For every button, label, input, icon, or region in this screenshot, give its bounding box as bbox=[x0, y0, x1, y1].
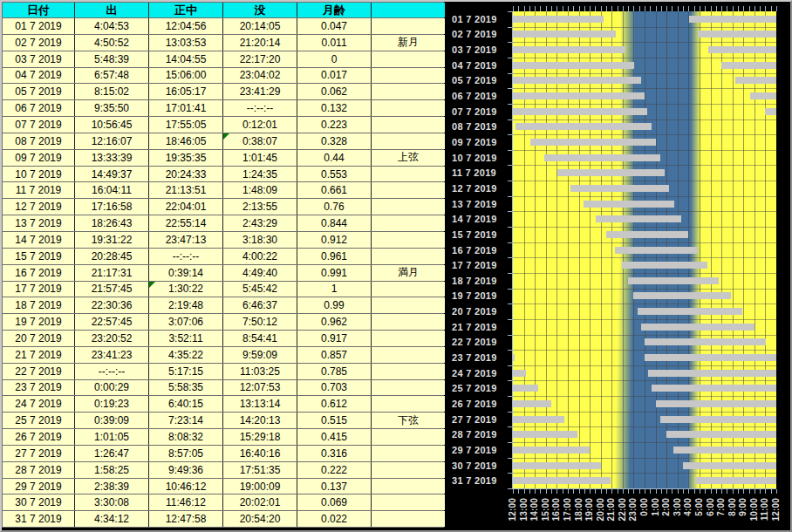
phase-cell[interactable] bbox=[372, 117, 445, 133]
phase-cell[interactable] bbox=[372, 182, 445, 198]
phase-cell[interactable]: 下弦 bbox=[372, 413, 445, 428]
age-cell[interactable]: 0 bbox=[297, 51, 372, 67]
transit-cell[interactable]: 5:17:15 bbox=[149, 364, 223, 379]
age-cell[interactable]: 0.017 bbox=[297, 68, 372, 84]
age-cell[interactable]: 0.222 bbox=[297, 462, 372, 478]
rise-cell[interactable]: 14:49:37 bbox=[75, 167, 149, 182]
phase-cell[interactable] bbox=[372, 396, 445, 412]
set-cell[interactable]: 6:46:37 bbox=[223, 297, 297, 313]
transit-cell[interactable]: 14:04:55 bbox=[149, 51, 223, 67]
set-cell[interactable]: 20:02:01 bbox=[223, 494, 297, 510]
column-header-age[interactable]: 月齢 bbox=[297, 3, 372, 17]
age-cell[interactable]: 0.99 bbox=[297, 297, 372, 313]
date-cell[interactable]: 28 7 2019 bbox=[3, 462, 75, 478]
transit-cell[interactable]: 22:55:14 bbox=[149, 215, 223, 231]
date-cell[interactable]: 05 7 2019 bbox=[3, 84, 75, 99]
age-cell[interactable]: 0.703 bbox=[297, 380, 372, 396]
rise-cell[interactable]: 2:38:39 bbox=[75, 479, 149, 494]
transit-cell[interactable]: 19:35:35 bbox=[149, 150, 223, 166]
set-cell[interactable]: 3:18:30 bbox=[223, 232, 297, 248]
transit-cell[interactable]: 12:04:56 bbox=[149, 18, 223, 34]
phase-cell[interactable] bbox=[372, 380, 445, 396]
date-cell[interactable]: 17 7 2019 bbox=[3, 282, 75, 297]
age-cell[interactable]: 0.022 bbox=[297, 511, 372, 527]
set-cell[interactable]: 17:51:35 bbox=[223, 462, 297, 478]
rise-cell[interactable]: 4:04:53 bbox=[75, 18, 149, 34]
rise-cell[interactable]: 1:01:05 bbox=[75, 429, 149, 445]
age-cell[interactable]: 0.553 bbox=[297, 167, 372, 182]
date-cell[interactable]: 25 7 2019 bbox=[3, 413, 75, 428]
date-cell[interactable]: 18 7 2019 bbox=[3, 297, 75, 313]
date-cell[interactable]: 01 7 2019 bbox=[3, 18, 75, 34]
transit-cell[interactable]: 7:23:14 bbox=[149, 413, 223, 428]
set-cell[interactable]: 20:54:20 bbox=[223, 511, 297, 527]
age-cell[interactable]: 0.137 bbox=[297, 479, 372, 494]
rise-cell[interactable]: 8:15:02 bbox=[75, 84, 149, 99]
phase-cell[interactable] bbox=[372, 297, 445, 313]
set-cell[interactable]: 22:17:20 bbox=[223, 51, 297, 67]
transit-cell[interactable]: 23:47:13 bbox=[149, 232, 223, 248]
set-cell[interactable]: 5:45:42 bbox=[223, 282, 297, 297]
date-cell[interactable]: 09 7 2019 bbox=[3, 150, 75, 166]
age-cell[interactable]: 0.062 bbox=[297, 84, 372, 99]
age-cell[interactable]: 0.44 bbox=[297, 150, 372, 166]
date-cell[interactable]: 31 7 2019 bbox=[3, 511, 75, 527]
date-cell[interactable]: 30 7 2019 bbox=[3, 494, 75, 510]
set-cell[interactable]: 19:00:09 bbox=[223, 479, 297, 494]
date-cell[interactable]: 20 7 2019 bbox=[3, 331, 75, 346]
phase-cell[interactable] bbox=[372, 462, 445, 478]
transit-cell[interactable]: 18:46:05 bbox=[149, 133, 223, 149]
set-cell[interactable]: 0:12:01 bbox=[223, 117, 297, 133]
date-cell[interactable]: 16 7 2019 bbox=[3, 265, 75, 281]
set-cell[interactable]: 21:20:14 bbox=[223, 35, 297, 51]
phase-cell[interactable] bbox=[372, 84, 445, 99]
set-cell[interactable]: 2:13:55 bbox=[223, 199, 297, 215]
rise-cell[interactable]: 4:50:52 bbox=[75, 35, 149, 51]
rise-cell[interactable]: 19:31:22 bbox=[75, 232, 149, 248]
date-cell[interactable]: 24 7 2019 bbox=[3, 396, 75, 412]
age-cell[interactable]: 0.612 bbox=[297, 396, 372, 412]
phase-cell[interactable] bbox=[372, 68, 445, 84]
set-cell[interactable]: 16:40:16 bbox=[223, 446, 297, 461]
rise-cell[interactable]: 12:16:07 bbox=[75, 133, 149, 149]
age-cell[interactable]: 0.515 bbox=[297, 413, 372, 428]
phase-cell[interactable]: 上弦 bbox=[372, 150, 445, 166]
phase-cell[interactable] bbox=[372, 232, 445, 248]
set-cell[interactable]: 1:48:09 bbox=[223, 182, 297, 198]
column-header-transit[interactable]: 正中 bbox=[149, 3, 223, 17]
phase-cell[interactable] bbox=[372, 347, 445, 363]
rise-cell[interactable]: 1:26:47 bbox=[75, 446, 149, 461]
rise-cell[interactable]: 21:57:45 bbox=[75, 282, 149, 297]
transit-cell[interactable]: 5:58:35 bbox=[149, 380, 223, 396]
set-cell[interactable]: 14:20:13 bbox=[223, 413, 297, 428]
date-cell[interactable]: 14 7 2019 bbox=[3, 232, 75, 248]
set-cell[interactable]: 7:50:12 bbox=[223, 314, 297, 330]
rise-cell[interactable]: 13:33:39 bbox=[75, 150, 149, 166]
transit-cell[interactable]: 2:19:48 bbox=[149, 297, 223, 313]
transit-cell[interactable]: 15:06:00 bbox=[149, 68, 223, 84]
phase-cell[interactable] bbox=[372, 364, 445, 379]
age-cell[interactable]: 0.011 bbox=[297, 35, 372, 51]
rise-cell[interactable]: 18:26:43 bbox=[75, 215, 149, 231]
transit-cell[interactable]: 21:13:51 bbox=[149, 182, 223, 198]
transit-cell[interactable]: 0:39:14 bbox=[149, 265, 223, 281]
date-cell[interactable]: 29 7 2019 bbox=[3, 479, 75, 494]
set-cell[interactable]: 15:29:18 bbox=[223, 429, 297, 445]
transit-cell[interactable]: 17:01:41 bbox=[149, 100, 223, 116]
transit-cell[interactable]: 3:07:06 bbox=[149, 314, 223, 330]
column-header-date[interactable]: 日付 bbox=[3, 3, 75, 17]
age-cell[interactable]: 0.785 bbox=[297, 364, 372, 379]
rise-cell[interactable]: 23:41:23 bbox=[75, 347, 149, 363]
set-cell[interactable]: 2:43:29 bbox=[223, 215, 297, 231]
age-cell[interactable]: 0.223 bbox=[297, 117, 372, 133]
rise-cell[interactable]: 3:30:08 bbox=[75, 494, 149, 510]
age-cell[interactable]: 0.844 bbox=[297, 215, 372, 231]
phase-cell[interactable] bbox=[372, 479, 445, 494]
transit-cell[interactable]: 1:30:22 bbox=[149, 282, 223, 297]
rise-cell[interactable]: 21:17:31 bbox=[75, 265, 149, 281]
age-cell[interactable]: 0.912 bbox=[297, 232, 372, 248]
date-cell[interactable]: 11 7 2019 bbox=[3, 182, 75, 198]
set-cell[interactable]: 8:54:41 bbox=[223, 331, 297, 346]
rise-cell[interactable]: 17:16:58 bbox=[75, 199, 149, 215]
phase-cell[interactable] bbox=[372, 511, 445, 527]
